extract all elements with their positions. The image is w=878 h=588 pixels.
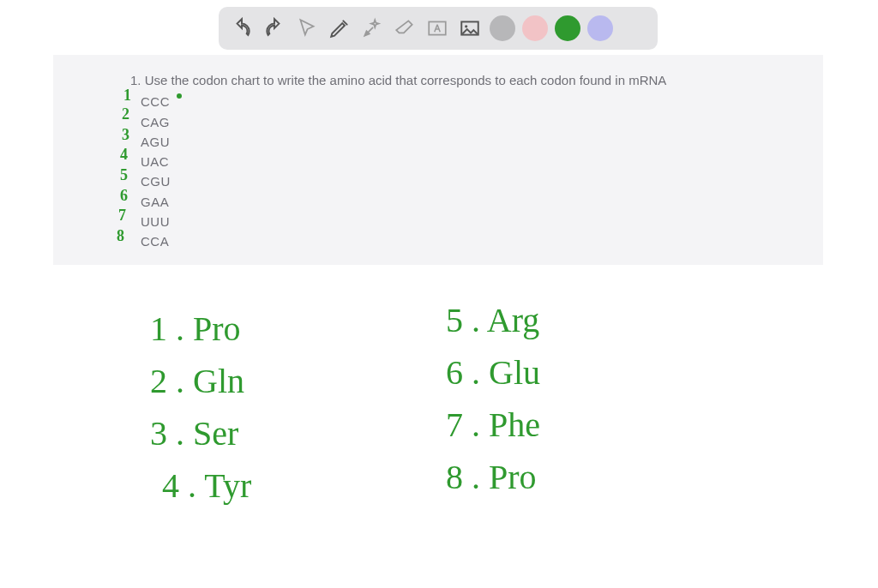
codon-item: GAA [141, 192, 746, 212]
codon-item: CGU [141, 171, 746, 191]
eraser-icon [394, 17, 416, 39]
svg-point-2 [465, 25, 467, 27]
eraser-tool[interactable] [392, 15, 418, 41]
color-swatch-lavender[interactable] [587, 15, 613, 41]
pen-tool[interactable] [327, 15, 352, 41]
cursor-icon [296, 17, 318, 39]
magic-tool[interactable] [359, 15, 385, 41]
stray-dot-icon [177, 93, 182, 99]
answers-column-left: 1 . Pro 2 . Gln 3 . Ser 4 . Tyr [150, 309, 251, 506]
undo-icon [231, 17, 253, 39]
svg-rect-0 [429, 21, 446, 34]
answer-line: 3 . Ser [150, 413, 251, 453]
color-swatch-pink[interactable] [522, 15, 548, 41]
magic-wand-icon [361, 17, 383, 39]
codon-item: CAG [141, 112, 746, 132]
color-swatch-gray[interactable] [490, 15, 515, 41]
redo-button[interactable] [262, 15, 287, 41]
handwritten-answers: 1 . Pro 2 . Gln 3 . Ser 4 . Tyr 5 . Arg … [0, 300, 878, 588]
annotation-toolbar [219, 7, 658, 50]
pen-icon [328, 17, 351, 39]
codon-item: AGU [141, 132, 746, 152]
answer-line: 8 . Pro [446, 457, 540, 497]
answer-line: 4 . Tyr [162, 465, 251, 506]
undo-button[interactable] [229, 15, 255, 41]
codon-item: UAC [141, 152, 746, 171]
answer-line: 6 . Glu [446, 352, 540, 393]
question-text: 1. Use the codon chart to write the amin… [130, 70, 746, 90]
answer-line: 2 . Gln [150, 361, 251, 401]
codon-item: CCA [141, 231, 746, 251]
answer-line: 7 . Phe [446, 405, 540, 445]
text-box-icon [426, 17, 448, 39]
answer-line: 5 . Arg [446, 300, 540, 340]
handwritten-number: 8 [117, 225, 124, 249]
image-icon [459, 17, 481, 39]
text-tool[interactable] [424, 15, 450, 41]
answer-line: 1 . Pro [150, 309, 251, 349]
codon-item: CCC [141, 92, 746, 111]
codon-item: UUU [141, 212, 746, 231]
cursor-tool[interactable] [294, 15, 320, 41]
codon-list: CCC CAG AGU UAC CGU GAA UUU CCA [130, 92, 746, 251]
image-tool[interactable] [457, 15, 483, 41]
answers-column-right: 5 . Arg 6 . Glu 7 . Phe 8 . Pro [446, 300, 540, 497]
worksheet-panel: 1. Use the codon chart to write the amin… [53, 55, 823, 265]
redo-icon [263, 17, 286, 39]
color-swatch-green[interactable] [555, 15, 580, 41]
